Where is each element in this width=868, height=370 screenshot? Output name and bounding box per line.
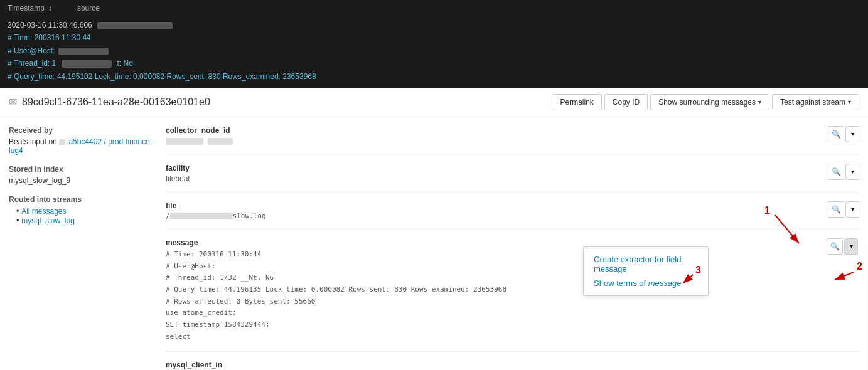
field-facility-buttons: 🔍 ▾ (828, 164, 859, 180)
message-id-text: 89cd9cf1-6736-11ea-a28e-00163e0101e0 (22, 97, 210, 108)
context-panel: 3 Create extractor for field message Sho… (583, 246, 709, 296)
left-panel: Received by Beats input on a5bc4402 / pr… (9, 126, 153, 370)
field-row-file: file /slow.log 🔍 ▾ (166, 201, 859, 230)
log-preview: 2020-03-16 11:30:46.606 # Time: 200316 1… (0, 16, 868, 88)
field-file-buttons: 🔍 ▾ (828, 201, 859, 218)
field-collector-label: collector_node_id (166, 126, 823, 135)
field-collector-content: collector_node_id (166, 126, 823, 145)
field-file-content: file /slow.log (166, 201, 823, 220)
create-extractor-link[interactable]: Create extractor for field message (594, 255, 698, 273)
svg-line-5 (835, 272, 854, 280)
field-collector-value (166, 137, 823, 145)
field-facility-value: filebeat (166, 174, 823, 183)
log-timestamp: 2020-03-16 11:30:46.606 (8, 21, 92, 29)
arrow2-number: 2 (857, 261, 862, 272)
content-area: Received by Beats input on a5bc4402 / pr… (0, 117, 868, 370)
field-facility-label: facility (166, 164, 823, 172)
field-message-buttons: 1 🔍 ▾ (825, 238, 859, 255)
show-terms-link[interactable]: Show terms of message (594, 278, 698, 288)
test-against-stream-button[interactable]: Test against stream ▾ (772, 94, 859, 110)
received-by-label: Received by (9, 126, 153, 135)
field-row-facility: facility filebeat 🔍 ▾ (166, 164, 859, 193)
copy-id-button[interactable]: Copy ID (604, 94, 648, 110)
log-line2: # User@Host: (8, 46, 55, 55)
routed-into-streams-section: Routed into streams All messages mysql_s… (9, 195, 153, 225)
field-mysql-label: mysql_client_in (166, 361, 859, 369)
stream-item-mysql-slow-log: mysql_slow_log (16, 216, 153, 225)
field-file-label: file (166, 201, 823, 210)
field-collector-actions: collector_node_id 🔍 ▾ (166, 126, 859, 145)
field-message-dropdown-btn[interactable]: ▾ (844, 238, 858, 255)
sort-icon: ↕ (48, 4, 52, 13)
message-id-bar: ✉ 89cd9cf1-6736-11ea-a28e-00163e0101e0 P… (0, 88, 868, 117)
timestamp-label: Timestamp (8, 4, 45, 13)
permalink-button[interactable]: Permalink (552, 94, 601, 110)
message-id: ✉ 89cd9cf1-6736-11ea-a28e-00163e0101e0 (9, 96, 210, 108)
stored-in-index-value: mysql_slow_log_9 (9, 176, 153, 185)
field-facility-actions: facility filebeat 🔍 ▾ (166, 164, 859, 183)
right-panel: collector_node_id 🔍 ▾ facility filebeat (166, 126, 859, 370)
timestamp-column-header[interactable]: Timestamp ↕ (8, 4, 52, 13)
field-facility-dropdown-btn[interactable]: ▾ (845, 164, 859, 180)
field-file-dropdown-btn[interactable]: ▾ (845, 201, 859, 218)
field-mysql-actions: mysql_client_in (166, 361, 859, 370)
top-bar: Timestamp ↕ source (0, 0, 868, 16)
envelope-icon: ✉ (9, 96, 17, 108)
arrow2-svg: 2 (822, 261, 868, 286)
field-file-value: /slow.log (166, 212, 823, 220)
field-row-mysql-client-in: mysql_client_in (166, 361, 859, 370)
received-by-value: Beats input on a5bc4402 / prod-finance-l… (9, 137, 153, 155)
stream-link-all-messages[interactable]: All messages (21, 207, 66, 216)
field-collector-buttons: 🔍 ▾ (828, 126, 859, 142)
field-message-actions: message # Time: 200316 11:30:44 # User@H… (166, 238, 859, 343)
stored-in-index-section: Stored in index mysql_slow_log_9 (9, 165, 153, 185)
stream-link-mysql-slow-log[interactable]: mysql_slow_log (21, 216, 75, 225)
streams-list: All messages mysql_slow_log (9, 206, 153, 225)
field-message-value: # Time: 200316 11:30:44 # User@Host: # T… (166, 249, 820, 343)
field-message-content: message # Time: 200316 11:30:44 # User@H… (166, 238, 820, 343)
field-collector-search-btn[interactable]: 🔍 (828, 126, 844, 142)
log-line4: # Query_time: 44.195102 Lock_time: 0.000… (8, 72, 316, 81)
field-message-search-btn[interactable]: 🔍 (827, 238, 843, 255)
field-mysql-content: mysql_client_in (166, 361, 859, 370)
field-collector-dropdown-btn[interactable]: ▾ (845, 126, 859, 142)
field-file-actions: file /slow.log 🔍 ▾ (166, 201, 859, 220)
chevron-down-icon: ▾ (848, 98, 851, 105)
stored-in-index-label: Stored in index (9, 165, 153, 174)
stream-item-all-messages: All messages (16, 206, 153, 216)
field-row-message: message # Time: 200316 11:30:44 # User@H… (166, 238, 859, 352)
field-file-search-btn[interactable]: 🔍 (828, 201, 844, 218)
routed-into-streams-label: Routed into streams (9, 195, 153, 204)
action-buttons: Permalink Copy ID Show surrounding messa… (552, 94, 859, 110)
received-by-section: Received by Beats input on a5bc4402 / pr… (9, 126, 153, 155)
field-row-collector-node-id: collector_node_id 🔍 ▾ (166, 126, 859, 155)
source-column-header: source (77, 4, 100, 13)
field-facility-search-btn[interactable]: 🔍 (828, 164, 844, 180)
log-line3: # Thread_id: 1 (8, 59, 56, 68)
chevron-down-icon: ▾ (758, 98, 761, 105)
log-line1: # Time: 200316 11:30:44 (8, 33, 91, 42)
show-surrounding-button[interactable]: Show surrounding messages ▾ (650, 94, 769, 110)
field-facility-content: facility filebeat (166, 164, 823, 183)
field-message-label: message (166, 238, 820, 247)
